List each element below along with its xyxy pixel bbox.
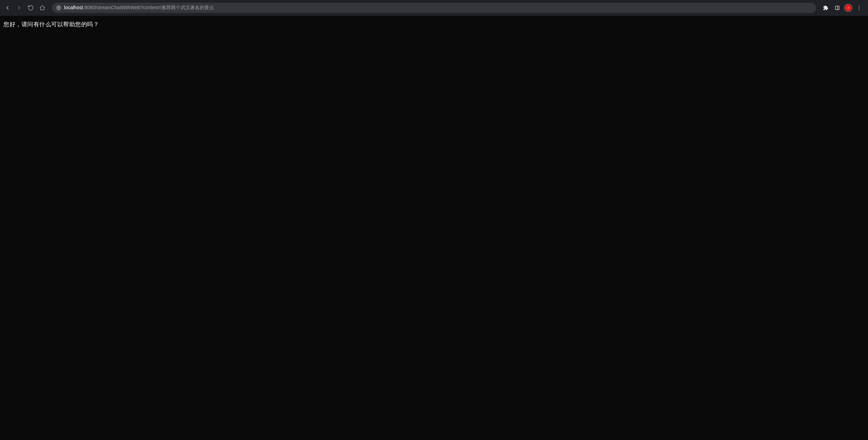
url-path: :8080/streamChatWithWeb?content=推荐两个武汉著名… — [83, 5, 214, 10]
svg-point-4 — [859, 6, 859, 6]
response-text: 您好，请问有什么可以帮助您的吗？ — [3, 20, 865, 28]
extensions-icon[interactable] — [821, 3, 830, 13]
site-info-icon[interactable] — [56, 5, 61, 11]
address-bar[interactable]: localhost:8080/streamChatWithWeb?content… — [52, 3, 816, 13]
profile-avatar[interactable] — [844, 4, 852, 12]
page-content: 您好，请问有什么可以帮助您的吗？ — [0, 16, 868, 440]
svg-rect-2 — [836, 6, 839, 10]
browser-menu-button[interactable] — [854, 3, 864, 13]
reload-button[interactable] — [26, 3, 35, 13]
url-text: localhost:8080/streamChatWithWeb?content… — [64, 5, 214, 11]
svg-point-5 — [859, 7, 859, 8]
forward-button[interactable] — [14, 3, 24, 13]
browser-toolbar: localhost:8080/streamChatWithWeb?content… — [0, 0, 868, 16]
back-button[interactable] — [3, 3, 12, 13]
url-host: localhost — [64, 5, 83, 10]
panel-icon[interactable] — [833, 3, 842, 13]
toolbar-right — [821, 3, 865, 13]
home-button[interactable] — [38, 3, 47, 13]
svg-point-6 — [859, 9, 859, 10]
